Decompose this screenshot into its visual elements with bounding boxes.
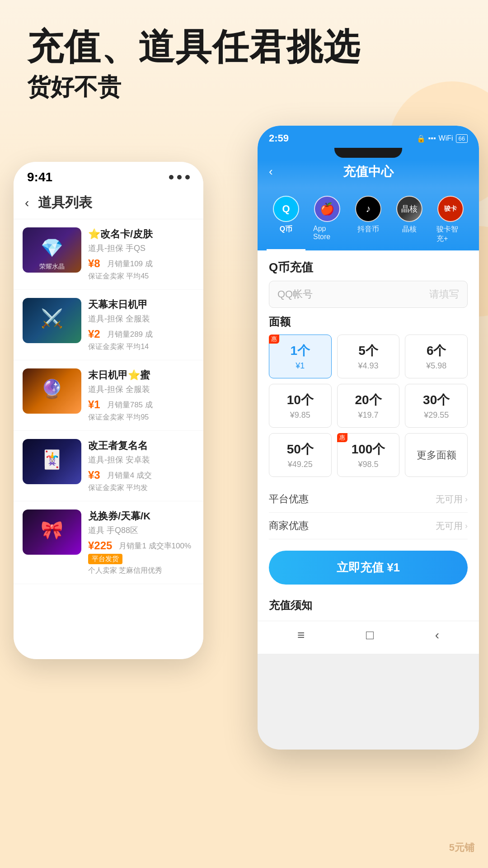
platform-discount-label: 平台优惠	[269, 492, 309, 506]
item-guarantee-4: 保证金卖家 平均发	[88, 483, 194, 493]
right-phone: 2:59 🔒 ▪▪▪ WiFi 66 ‹ 充值中心	[258, 126, 479, 750]
watermark: 5元铺	[449, 841, 474, 854]
platform-discount-row[interactable]: 平台优惠 无可用 ›	[269, 486, 468, 513]
item-price-1: ¥8	[88, 257, 100, 270]
amount-num-6: 6个	[410, 342, 463, 359]
item-guarantee-3: 保证金卖家 平均95	[88, 413, 194, 422]
jinhe-icon: 晶核	[396, 196, 422, 222]
amount-num-1: 1个	[274, 342, 327, 359]
amount-price-5: ¥4.93	[342, 361, 395, 371]
home-icon[interactable]: □	[366, 628, 374, 642]
left-back-icon[interactable]: ‹	[25, 196, 29, 210]
list-item[interactable]: 💎 荣耀水晶 ⭐改名卡/皮肤 道具-担保 手QS ¥8 月销量109 成 保证金…	[14, 219, 203, 290]
item-desc-4: 道具-担保 安卓装	[88, 454, 194, 465]
amount-num-100: 100个	[342, 441, 395, 458]
wifi-icon	[177, 175, 182, 179]
amount-price-20: ¥19.7	[342, 410, 395, 420]
right-header: ‹ 充值中心	[258, 160, 479, 188]
amount-cell-5[interactable]: 5个 ¥4.93	[337, 335, 400, 378]
bottom-nav: ≡ □ ‹	[258, 621, 479, 654]
list-item[interactable]: 🎀 兑换券/天幕/K 道具 手Q88区 ¥225 月销量1 成交率100% 平台…	[14, 501, 203, 584]
platform-chevron-icon: ›	[465, 495, 468, 504]
tab-appstore[interactable]: 🍎 App Store	[308, 192, 347, 250]
right-back-icon[interactable]: ‹	[269, 165, 273, 179]
card-decoration: 🃏	[41, 449, 63, 470]
qbi-icon: Q	[273, 196, 299, 222]
item-image-1: 💎 荣耀水晶	[23, 227, 81, 273]
right-title: 充值中心	[343, 163, 394, 180]
right-status-icons: 🔒 ▪▪▪ WiFi 66	[417, 134, 468, 143]
battery-icon-white: 66	[456, 134, 468, 143]
buy-button[interactable]: 立即充值 ¥1	[269, 551, 468, 585]
amount-cell-20[interactable]: 20个 ¥19.7	[337, 384, 400, 428]
notch-bump	[334, 148, 402, 158]
warrior-decoration: ⚔️	[41, 308, 63, 329]
amount-cell-30[interactable]: 30个 ¥29.55	[405, 384, 468, 428]
item-price-3: ¥1	[88, 398, 100, 411]
item-sales-2: 月销量289 成	[107, 329, 153, 340]
item-list: 💎 荣耀水晶 ⭐改名卡/皮肤 道具-担保 手QS ¥8 月销量109 成 保证金…	[14, 219, 203, 584]
tab-row: Q Q币 🍎 App Store ♪ 抖音币 晶核 晶核	[258, 188, 479, 250]
amount-cell-more[interactable]: 更多面额	[405, 433, 468, 477]
left-phone: 9:41 ‹ 道具列表 💎 荣耀水晶	[14, 162, 203, 659]
merchant-chevron-icon: ›	[465, 521, 468, 531]
item-image-5: 🎀	[23, 509, 81, 555]
tab-junka-label: 骏卡智充+	[436, 225, 465, 244]
amount-cell-1[interactable]: 惠 1个 ¥1	[269, 335, 332, 378]
merchant-discount-value: 无可用 ›	[436, 520, 468, 532]
amount-badge-1: 惠	[269, 335, 279, 344]
right-status-bar: 2:59 🔒 ▪▪▪ WiFi 66	[258, 126, 479, 148]
item-info-3: 末日机甲⭐蜜 道具-担保 全服装 ¥1 月销量785 成 保证金卖家 平均95	[88, 368, 194, 422]
qq-account-input-row[interactable]: QQ帐号 请填写	[269, 281, 468, 308]
right-notch	[258, 148, 479, 160]
item-name-4: 改王者复名名	[88, 439, 194, 453]
item-image-2: ⚔️	[23, 298, 81, 343]
merchant-discount-row[interactable]: 商家优惠 无可用 ›	[269, 513, 468, 539]
tab-tiktok[interactable]: ♪ 抖音币	[349, 192, 388, 250]
left-phone-inner: 9:41 ‹ 道具列表 💎 荣耀水晶	[14, 162, 203, 659]
item-image-3: 🔮	[23, 368, 81, 414]
amount-price-30: ¥29.55	[410, 410, 463, 420]
item-price-2: ¥2	[88, 328, 100, 340]
tab-jinhe[interactable]: 晶核 晶核	[390, 192, 429, 250]
back-nav-icon[interactable]: ‹	[435, 628, 439, 642]
amount-num-10: 10个	[274, 392, 327, 409]
item-info-5: 兑换券/天幕/K 道具 手Q88区 ¥225 月销量1 成交率100% 平台发货…	[88, 509, 194, 576]
item-name-3: 末日机甲⭐蜜	[88, 368, 194, 382]
tiktok-icon: ♪	[355, 196, 381, 222]
header-section: 充值、道具任君挑选 货好不贵	[0, 0, 488, 117]
amount-cell-10[interactable]: 10个 ¥9.85	[269, 384, 332, 428]
amount-cell-6[interactable]: 6个 ¥5.98	[405, 335, 468, 378]
amount-cell-100[interactable]: 惠 100个 ¥98.5	[337, 433, 400, 477]
amount-title: 面额	[269, 315, 468, 329]
item-name-2: 天幕末日机甲	[88, 298, 194, 311]
tab-jinhe-label: 晶核	[402, 225, 417, 234]
magic-decoration: 🔮	[41, 378, 63, 400]
list-item[interactable]: ⚔️ 天幕末日机甲 道具-担保 全服装 ¥2 月销量289 成 保证金卖家 平均…	[14, 290, 203, 360]
amount-price-10: ¥9.85	[274, 410, 327, 420]
merchant-discount-label: 商家优惠	[269, 519, 309, 533]
right-phone-inner: 2:59 🔒 ▪▪▪ WiFi 66 ‹ 充值中心	[258, 126, 479, 750]
platform-tag: 平台发货	[88, 554, 122, 564]
sub-title: 货好不贵	[27, 71, 461, 103]
amount-cell-50[interactable]: 50个 ¥49.25	[269, 433, 332, 477]
notice-section: 充值须知	[258, 594, 479, 621]
list-item[interactable]: 🔮 末日机甲⭐蜜 道具-担保 全服装 ¥1 月销量785 成 保证金卖家 平均9…	[14, 360, 203, 431]
amount-badge-100: 惠	[337, 433, 347, 442]
list-item[interactable]: 🃏 改王者复名名 道具-担保 安卓装 ¥3 月销量4 成交 保证金卖家 平均发	[14, 431, 203, 501]
signal-icon	[169, 175, 174, 179]
tab-qbi[interactable]: Q Q币	[267, 192, 305, 250]
item-desc-1: 道具-担保 手QS	[88, 243, 194, 254]
item-image-4: 🃏	[23, 439, 81, 484]
amount-num-50: 50个	[274, 441, 327, 458]
tab-qbi-label: Q币	[280, 225, 292, 234]
item-sales-3: 月销量785 成	[107, 400, 153, 410]
right-time: 2:59	[269, 132, 289, 144]
left-nav: ‹ 道具列表	[14, 189, 203, 219]
tab-junka[interactable]: 骏卡 骏卡智充+	[431, 192, 470, 250]
amount-price-100: ¥98.5	[342, 460, 395, 469]
item-name-5: 兑换券/天幕/K	[88, 509, 194, 523]
menu-icon[interactable]: ≡	[297, 628, 305, 642]
item-price-5: ¥225	[88, 539, 112, 552]
amount-section: 面额 惠 1个 ¥1 5个 ¥4.93	[258, 308, 479, 484]
